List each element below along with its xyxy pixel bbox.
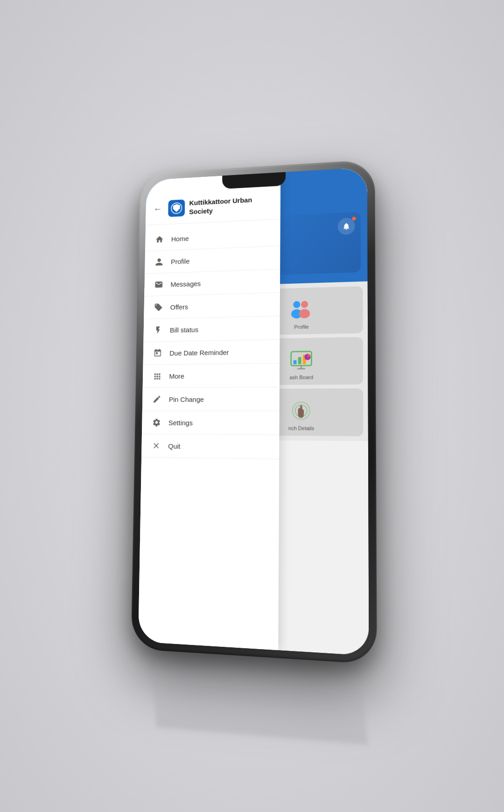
svg-point-0	[294, 301, 301, 308]
nav-label-profile: Profile	[171, 257, 189, 266]
home-icon	[154, 234, 164, 245]
bolt-icon	[153, 325, 163, 336]
pencil-icon	[152, 394, 162, 404]
person-icon	[154, 257, 164, 267]
phone-reflection	[151, 650, 368, 745]
phone-device: 1001000082 )	[131, 160, 377, 665]
svg-rect-7	[303, 355, 306, 364]
org-name: Kuttikkattoor Urban Society	[189, 196, 252, 216]
calendar-icon	[153, 348, 162, 358]
nav-label-offers: Offers	[170, 303, 189, 311]
org-logo-shield	[173, 204, 180, 212]
nav-item-quit[interactable]: Quit	[141, 434, 279, 459]
nav-label-due-date-reminder: Due Date Reminder	[169, 348, 229, 357]
nav-label-pin-change: Pin Change	[169, 395, 204, 403]
back-button[interactable]: ←	[152, 202, 164, 216]
nav-label-bill-status: Bill status	[170, 325, 198, 334]
svg-point-12	[295, 405, 307, 416]
svg-rect-6	[298, 357, 301, 364]
close-icon	[151, 441, 161, 451]
branch-card-icon	[289, 399, 313, 423]
org-logo-inner	[171, 202, 182, 214]
nav-item-settings[interactable]: Settings	[142, 411, 279, 435]
svg-rect-5	[294, 360, 297, 364]
nav-label-settings: Settings	[168, 419, 193, 427]
nav-item-offers[interactable]: Offers	[144, 293, 280, 319]
grid-icon	[153, 371, 162, 381]
nav-item-due-date-reminder[interactable]: Due Date Reminder	[143, 340, 280, 365]
nav-item-more[interactable]: More	[143, 364, 280, 388]
svg-rect-4	[291, 351, 312, 366]
svg-point-2	[301, 301, 308, 308]
nav-item-messages[interactable]: Messages	[144, 269, 280, 296]
dashboard-card-icon	[290, 348, 314, 372]
svg-point-11	[293, 402, 310, 420]
gear-icon	[152, 417, 161, 427]
nav-items-list: Home Profile	[138, 219, 280, 651]
navigation-drawer: ← Kuttikkattoor Urban Society	[138, 172, 280, 650]
tag-icon	[154, 302, 163, 313]
profile-card-label: Profile	[294, 324, 308, 330]
branch-grid-card[interactable]: nch Details	[241, 388, 363, 436]
nav-label-home: Home	[171, 234, 189, 243]
nav-label-more: More	[169, 372, 184, 380]
svg-point-1	[291, 309, 302, 318]
svg-point-8	[305, 354, 311, 360]
org-logo	[168, 199, 185, 217]
drawer-header: ← Kuttikkattoor Urban Society	[146, 186, 280, 225]
dashboard-card-label: ash Board	[289, 374, 313, 380]
nav-label-messages: Messages	[170, 280, 201, 288]
mail-icon	[154, 280, 164, 290]
nav-label-quit: Quit	[168, 442, 181, 450]
nav-item-pin-change[interactable]: Pin Change	[142, 387, 280, 411]
svg-point-3	[299, 309, 310, 318]
profile-card-icon	[290, 298, 313, 322]
branch-card-label: nch Details	[288, 425, 314, 431]
nav-item-bill-status[interactable]: Bill status	[143, 316, 280, 342]
